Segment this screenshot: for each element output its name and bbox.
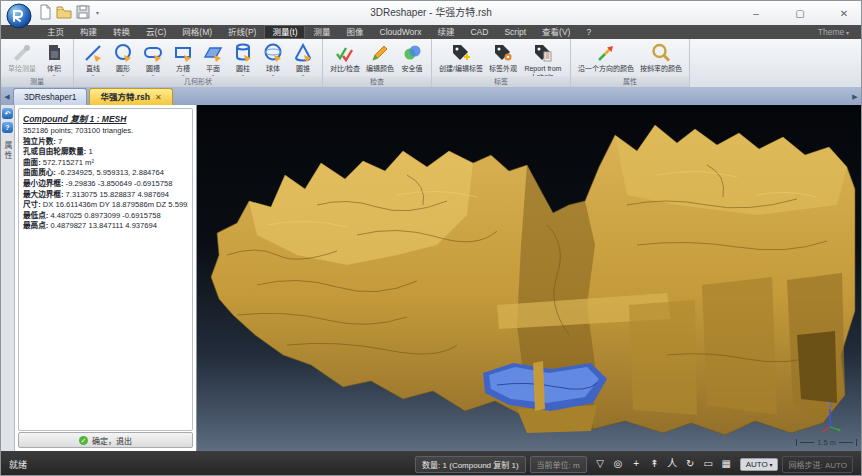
confirm-exit-label: 确定，退出 xyxy=(92,435,132,446)
lowest-point-line: 最低点: 4.487025 0.8973099 -0.6915758 xyxy=(23,211,188,222)
app-logo-icon[interactable] xyxy=(6,3,32,29)
ribbon-group-label: 标签 xyxy=(432,76,570,87)
grid-icon[interactable]: ▦ xyxy=(720,457,733,471)
round-slot-icon xyxy=(142,42,164,64)
axis-gizmo: Z xyxy=(813,401,847,435)
person-icon[interactable]: 人 xyxy=(666,457,679,471)
filter-icon[interactable]: ▽ xyxy=(594,457,607,471)
edit-colors-button[interactable]: 编辑颜色 xyxy=(364,41,396,74)
color-blob-icon xyxy=(401,42,423,64)
selection-box-icon[interactable]: ▭ xyxy=(702,457,715,471)
round-slot-button[interactable]: 圆槽 xyxy=(139,41,167,80)
ribbon: 草绘测量 体积 测量 直线 圆形 xyxy=(1,39,861,88)
plane-button[interactable]: 平面 xyxy=(199,41,227,80)
sphere-button[interactable]: 球体 xyxy=(259,41,287,80)
color-along-direction-button[interactable]: 沿一个方向的颜色 xyxy=(576,41,636,74)
menu-help[interactable]: ? xyxy=(578,25,599,39)
menu-view[interactable]: 查看(V) xyxy=(534,25,578,39)
confirm-exit-button[interactable]: ✓ 确定，退出 xyxy=(18,432,193,448)
volume-button[interactable]: 体积 xyxy=(40,41,68,80)
green-check-icon: ✓ xyxy=(79,436,88,445)
scale-bar: 1.5 m xyxy=(796,438,857,447)
report-from-labels-button[interactable]: Report from Labels xyxy=(521,41,565,81)
tab-scroll-left-icon[interactable]: ◀ xyxy=(1,89,13,105)
size-line: 尺寸: DX 16.611436m DY 18.879586m DZ 5.599… xyxy=(23,200,188,211)
cylinder-button[interactable]: 圆柱 xyxy=(229,41,257,80)
tab-label: 华强方特.rsh xyxy=(100,90,150,105)
ribbon-group-label: 几何形状 xyxy=(74,76,322,87)
color-by-slope-button[interactable]: 按斜率的颜色 xyxy=(638,41,684,74)
undo-panel-icon[interactable]: ↶ xyxy=(2,108,13,119)
tab-3dreshaper1[interactable]: 3DReshaper1 xyxy=(13,88,87,105)
pan-icon[interactable]: + xyxy=(630,457,643,471)
menu-polyline[interactable]: 折线(P) xyxy=(220,25,264,39)
ribbon-group-label: 检查 xyxy=(323,76,431,87)
safety-value-button[interactable]: 安全值 xyxy=(398,41,426,74)
menu-image[interactable]: 图像 xyxy=(339,25,372,39)
highest-point-line: 最高点: 0.4879827 13.847111 4.937694 xyxy=(23,221,188,232)
selection-count-label: 数量: 1 (Compound 复制 1) xyxy=(415,456,525,473)
app-window: ▾ 3DReshaper - 华强方特.rsh – ▢ ✕ 主页 构建 转换 云… xyxy=(0,0,862,476)
menu-construct[interactable]: 构建 xyxy=(72,25,105,39)
ribbon-group-label: 测量 xyxy=(1,76,73,87)
mesh-stats-line: 352186 points; 703100 triangles. xyxy=(23,126,188,137)
menu-script[interactable]: Script xyxy=(496,25,534,39)
pencil-icon xyxy=(369,42,391,64)
status-ready-label: 就绪 xyxy=(9,458,27,471)
tab-label: 3DReshaper1 xyxy=(24,90,76,105)
beaker-icon xyxy=(43,42,65,64)
magnifier-icon xyxy=(650,42,672,64)
menu-mesh[interactable]: 网格(M) xyxy=(174,25,220,39)
elevation-icon[interactable]: ↟ xyxy=(648,457,661,471)
document-tab-strip: ◀ 3DReshaper1 华强方特.rsh ✕ ▶ xyxy=(1,87,861,105)
circle-button[interactable]: 圆形 xyxy=(109,41,137,80)
menu-cad[interactable]: CAD xyxy=(462,25,496,39)
bbox-min-line: 最小边界框: -9.29836 -3.850649 -0.6915758 xyxy=(23,179,188,190)
close-button[interactable]: ✕ xyxy=(835,8,853,19)
tag-plus-icon xyxy=(450,42,472,64)
grid-step-label: 网格步进: AUTO xyxy=(782,456,853,473)
window-controls: – ▢ ✕ xyxy=(747,1,853,25)
ribbon-group-measure: 草绘测量 体积 测量 xyxy=(1,39,74,87)
auto-grid-dropdown[interactable]: AUTO xyxy=(740,458,779,471)
help-icon[interactable]: ? xyxy=(2,122,13,133)
tag-report-icon xyxy=(532,42,554,64)
line-button[interactable]: 直线 xyxy=(79,41,107,80)
cone-button[interactable]: 圆锥 xyxy=(289,41,317,80)
properties-tab[interactable]: 属性 xyxy=(2,141,13,161)
menu-survey[interactable]: 测量 xyxy=(305,25,338,39)
zoom-icon[interactable]: ◎ xyxy=(612,457,625,471)
theme-menu[interactable]: Theme xyxy=(810,25,857,39)
menu-cloud[interactable]: 云(C) xyxy=(138,25,174,39)
double-check-icon xyxy=(334,42,356,64)
circle-icon xyxy=(112,42,134,64)
menu-home[interactable]: 主页 xyxy=(39,25,72,39)
compare-inspect-button[interactable]: 对比/检查 xyxy=(328,41,362,74)
label-appearance-button[interactable]: 标签外观 xyxy=(487,41,519,74)
unit-label: 当前单位: m xyxy=(530,456,587,473)
menu-transform[interactable]: 转换 xyxy=(105,25,138,39)
orbit-icon[interactable]: ↻ xyxy=(684,457,697,471)
cone-icon xyxy=(292,42,314,64)
status-right-cluster: 数量: 1 (Compound 复制 1) 当前单位: m ▽ ◎ + ↟ 人 … xyxy=(415,456,853,473)
square-slot-button[interactable]: 方槽 xyxy=(169,41,197,80)
create-edit-labels-button[interactable]: 创建/编辑标签 xyxy=(437,41,485,74)
tab-close-icon[interactable]: ✕ xyxy=(155,90,162,105)
menu-measure[interactable]: 测量(t) xyxy=(264,25,305,39)
main-area: ↶ ? 属性 Compound 复制 1 : MESH 352186 point… xyxy=(1,105,861,451)
ribbon-group-attributes: 沿一个方向的颜色 按斜率的颜色 属性 xyxy=(571,39,690,87)
tab-scroll-right-icon[interactable]: ▶ xyxy=(849,89,861,105)
caliper-icon xyxy=(11,42,33,64)
tab-huaqiangfangte[interactable]: 华强方特.rsh ✕ xyxy=(89,88,172,105)
viewport-3d[interactable]: Z 1.5 m xyxy=(197,105,862,451)
axis-z-label: Z xyxy=(828,401,833,408)
menu-extend[interactable]: 续建 xyxy=(429,25,462,39)
bbox-max-line: 最大边界框: 7.313075 15.828837 4.987694 xyxy=(23,190,188,201)
properties-panel: Compound 复制 1 : MESH 352186 points; 7031… xyxy=(15,105,197,451)
maximize-button[interactable]: ▢ xyxy=(791,8,809,19)
menu-bar: 主页 构建 转换 云(C) 网格(M) 折线(P) 测量(t) 测量 图像 Cl… xyxy=(1,25,861,39)
window-title: 3DReshaper - 华强方特.rsh xyxy=(1,1,861,25)
sphere-icon xyxy=(262,42,284,64)
minimize-button[interactable]: – xyxy=(747,8,765,19)
menu-cloudworx[interactable]: CloudWorx xyxy=(372,25,430,39)
